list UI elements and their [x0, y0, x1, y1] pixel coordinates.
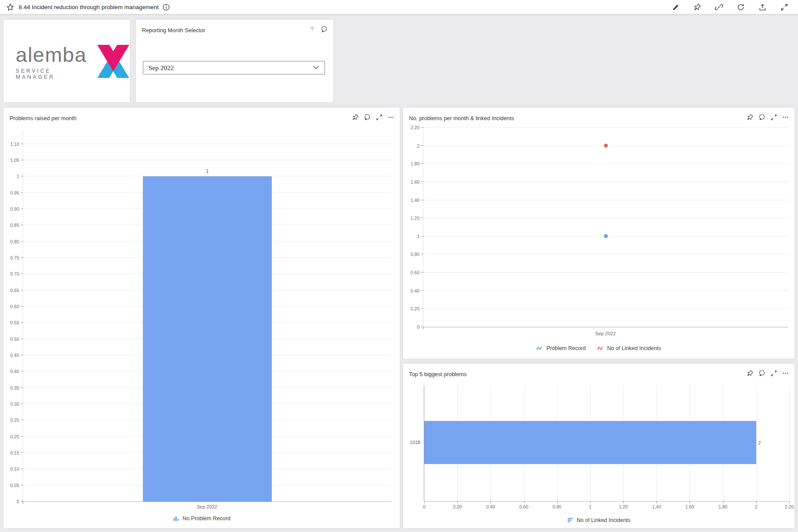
gridline: [423, 254, 788, 254]
y-tick-label: 1.80: [399, 161, 419, 167]
hbar-chart-icon: [567, 517, 574, 523]
star-icon[interactable]: [6, 3, 14, 11]
legend-label: No of Linked Incidents: [607, 345, 661, 351]
comment-icon[interactable]: [320, 25, 328, 33]
y-tick-mark: [421, 200, 423, 200]
data-point[interactable]: [604, 144, 608, 148]
comment-icon[interactable]: [363, 113, 371, 121]
share-icon[interactable]: [758, 3, 767, 11]
pin-icon[interactable]: [693, 3, 701, 11]
x-tick-label: 1: [589, 504, 592, 509]
x-tick-mark: [756, 501, 757, 503]
y-tick-label: 0.85: [0, 222, 19, 228]
x-axis-label: Sep 2022: [423, 331, 788, 336]
y-tick-label: 1.40: [399, 197, 419, 203]
chart-top5-problems: Top 5 biggest problems 00.200.400.600.80…: [403, 364, 795, 528]
refresh-icon[interactable]: [737, 3, 745, 11]
legend-item[interactable]: No of Linked Incidents: [597, 345, 661, 351]
pin-icon[interactable]: [746, 369, 754, 377]
y-tick-label: 2.20: [399, 125, 419, 131]
y-tick-label: 0.20: [399, 306, 419, 312]
x-tick-mark: [524, 501, 524, 503]
more-icon[interactable]: [387, 113, 395, 121]
data-point[interactable]: [604, 234, 608, 238]
comment-icon[interactable]: [758, 113, 766, 121]
y-tick-mark: [21, 339, 23, 339]
y-tick-mark: [421, 327, 423, 327]
x-tick-label: 0.20: [453, 504, 462, 509]
y-tick-label: 0.90: [0, 206, 19, 212]
selector-title: Reporting Month Selector: [142, 27, 205, 34]
y-tick-label: 0.10: [0, 466, 19, 472]
y-tick-mark: [421, 308, 423, 309]
y-tick-mark: [21, 257, 23, 258]
plot-area-incidents: 00.200.400.600.8011.201.401.601.8022.20: [423, 128, 788, 327]
filter-icon[interactable]: [308, 25, 316, 33]
month-dropdown-value: Sep 2022: [149, 64, 174, 72]
y-tick-label: 2: [399, 143, 419, 149]
x-tick-mark: [590, 501, 591, 503]
bar-value-label: 1: [206, 168, 209, 174]
more-icon[interactable]: [781, 369, 789, 377]
fullscreen-icon[interactable]: [780, 3, 788, 11]
y-tick-label: 0.80: [0, 239, 19, 245]
more-icon[interactable]: [781, 113, 789, 121]
gridline: [423, 218, 788, 218]
y-tick-mark: [21, 371, 23, 371]
x-tick-mark: [789, 501, 790, 503]
y-tick-label: 1: [0, 173, 19, 179]
y-tick-mark: [21, 355, 23, 355]
expand-icon[interactable]: [770, 369, 778, 377]
x-tick-mark: [623, 501, 624, 503]
expand-icon[interactable]: [375, 113, 383, 121]
chart-problems-raised: Problems raised per month 00.050.100.150…: [3, 108, 400, 528]
y-tick-mark: [421, 254, 423, 254]
wave-icon: [536, 345, 543, 351]
month-dropdown[interactable]: Sep 2022: [143, 61, 325, 74]
plot-area-problems: 00.050.100.150.200.250.300.350.400.450.5…: [23, 129, 392, 502]
bar[interactable]: [424, 421, 756, 464]
legend-item[interactable]: No Problem Record: [173, 515, 230, 522]
wave-icon: [597, 345, 604, 351]
y-tick-mark: [21, 273, 23, 274]
chart-title: No. problems per month & linked Incident…: [409, 115, 514, 121]
y-tick-mark: [421, 272, 423, 273]
pin-icon[interactable]: [746, 113, 754, 121]
chart-header-icons: [746, 369, 789, 377]
y-tick-mark: [421, 163, 423, 164]
alemba-x-icon: [97, 44, 130, 80]
x-tick-label: 1.40: [652, 504, 661, 509]
legend-label: No of Linked Incidents: [577, 517, 631, 523]
x-tick-mark: [656, 501, 657, 503]
gridline: [756, 385, 757, 501]
bar-value-label: 2: [758, 440, 761, 445]
comment-icon[interactable]: [758, 369, 766, 377]
y-tick-mark: [21, 452, 23, 453]
legend-label: Problem Record: [546, 345, 585, 351]
y-tick-label: 0.60: [399, 269, 419, 276]
legend-item[interactable]: No of Linked Incidents: [567, 517, 631, 523]
y-tick-label: 0.50: [0, 336, 19, 342]
y-tick-label: 1.10: [0, 141, 19, 147]
info-icon[interactable]: [162, 3, 170, 11]
link-icon[interactable]: [715, 3, 723, 11]
plot-area-top5: 00.200.400.600.8011.201.401.601.8022.202…: [424, 385, 789, 502]
y-tick-label: 0.60: [0, 303, 19, 310]
y-tick-mark: [421, 127, 423, 128]
x-tick-mark: [457, 501, 458, 503]
chart-problems-incidents: No. problems per month & linked Incident…: [403, 108, 795, 359]
expand-icon[interactable]: [770, 113, 778, 121]
y-tick-mark: [421, 145, 423, 146]
y-tick-label: 0.45: [0, 352, 19, 358]
y-tick-mark: [21, 144, 23, 144]
pin-icon[interactable]: [352, 113, 359, 121]
y-tick-mark: [21, 192, 23, 193]
y-tick-mark: [421, 218, 423, 218]
y-tick-label: 1.60: [399, 179, 419, 185]
bar[interactable]: [143, 176, 272, 502]
edit-icon[interactable]: [672, 3, 680, 11]
logo-brand-text: alemba: [16, 45, 92, 65]
x-tick-label: 2.20: [785, 504, 794, 509]
legend-item[interactable]: Problem Record: [536, 345, 585, 351]
x-tick-label: 1.60: [685, 504, 694, 509]
